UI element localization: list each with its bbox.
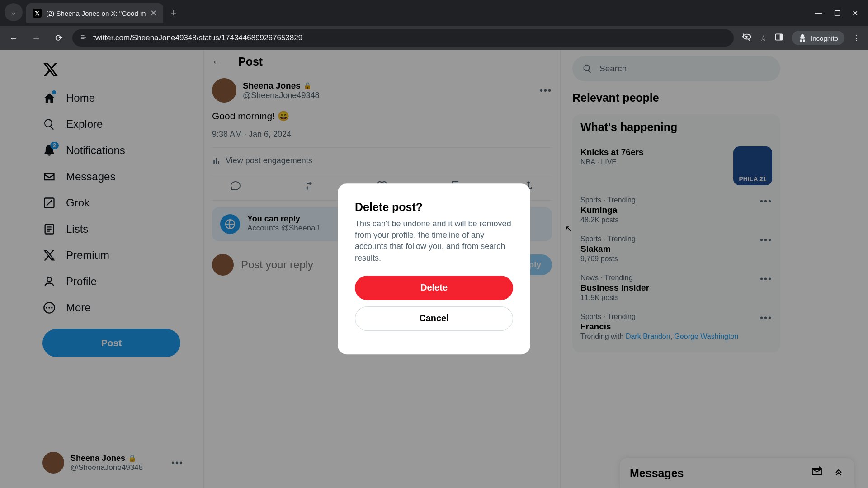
page-content: Home Explore 2 Notifications Messages Gr… <box>0 50 868 488</box>
site-settings-icon[interactable] <box>80 33 88 43</box>
delete-post-modal: Delete post? This can't be undone and it… <box>338 183 530 354</box>
svg-rect-1 <box>780 34 783 40</box>
browser-menu-button[interactable]: ⋮ <box>853 34 860 42</box>
tracking-icon[interactable] <box>742 32 752 44</box>
incognito-label: Incognito <box>811 34 838 42</box>
url-text: twitter.com/SheenaJone49348/status/17434… <box>93 33 302 42</box>
address-bar[interactable]: twitter.com/SheenaJone49348/status/17434… <box>72 29 734 47</box>
incognito-badge[interactable]: Incognito <box>792 31 844 45</box>
cancel-button[interactable]: Cancel <box>355 306 513 331</box>
minimize-button[interactable]: — <box>815 9 822 18</box>
tab-title: (2) Sheena Jones on X: "Good m <box>46 9 146 17</box>
side-panel-icon[interactable] <box>774 33 783 43</box>
bookmark-icon[interactable]: ☆ <box>760 34 766 42</box>
window-controls: — ❐ ✕ <box>805 9 868 18</box>
browser-tab[interactable]: 𝕏 (2) Sheena Jones on X: "Good m ✕ <box>26 3 163 23</box>
back-button[interactable]: ← <box>5 29 23 47</box>
delete-button[interactable]: Delete <box>355 276 513 300</box>
reload-button[interactable]: ⟳ <box>50 29 68 47</box>
modal-title: Delete post? <box>355 201 513 214</box>
tab-strip: ⌄ 𝕏 (2) Sheena Jones on X: "Good m ✕ + <box>0 0 184 26</box>
tab-close-button[interactable]: ✕ <box>150 8 157 18</box>
maximize-button[interactable]: ❐ <box>834 9 840 18</box>
close-window-button[interactable]: ✕ <box>852 9 858 18</box>
new-tab-button[interactable]: + <box>163 7 184 19</box>
browser-toolbar: ← → ⟳ twitter.com/SheenaJone49348/status… <box>0 26 868 50</box>
tab-search-button[interactable]: ⌄ <box>5 3 23 21</box>
tab-strip-row: ⌄ 𝕏 (2) Sheena Jones on X: "Good m ✕ + —… <box>0 0 868 26</box>
tab-favicon: 𝕏 <box>33 9 42 18</box>
toolbar-right: ☆ Incognito ⋮ <box>738 31 863 45</box>
modal-text: This can't be undone and it will be remo… <box>355 218 513 264</box>
forward-button[interactable]: → <box>27 29 45 47</box>
